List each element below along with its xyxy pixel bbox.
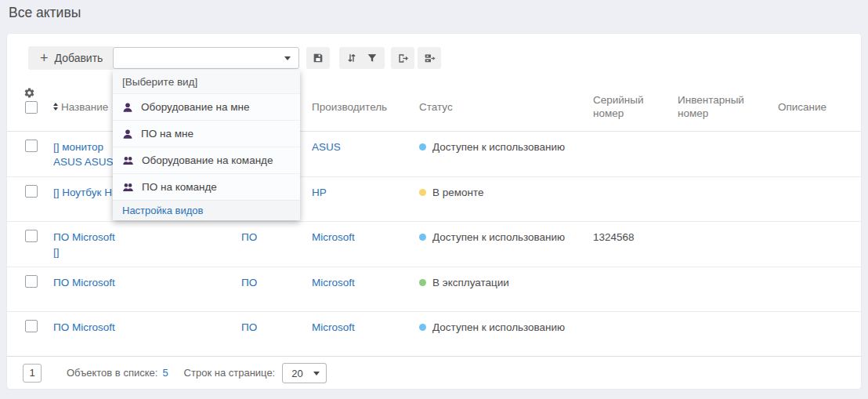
row-checkbox[interactable] — [25, 140, 38, 152]
page-number-button[interactable]: 1 — [23, 364, 42, 383]
person-icon — [122, 102, 133, 113]
manufacturer-link[interactable]: Microsoft — [312, 231, 355, 243]
objects-count-label: Объектов в списке: — [67, 367, 157, 379]
serial-cell — [593, 267, 678, 312]
asset-name-link[interactable]: ПО Microsoft — [53, 275, 115, 290]
chevron-down-icon — [284, 56, 291, 60]
table-row: ПО Microsoft ПО Microsoft В эксплуатации — [7, 267, 861, 313]
status-dot — [419, 324, 426, 331]
serial-cell — [593, 177, 678, 222]
people-icon — [122, 155, 134, 166]
view-dropdown-placeholder[interactable]: [Выберите вид] — [113, 70, 300, 93]
sort-icon[interactable] — [345, 52, 358, 64]
view-dropdown-item-software-on-me[interactable]: ПО на мне — [113, 120, 300, 147]
column-header-manufacturer[interactable]: Производитель — [312, 82, 419, 131]
manufacturer-link[interactable]: HP — [312, 187, 327, 198]
description-cell — [778, 177, 861, 222]
status-text: Доступен к использованию — [432, 222, 565, 245]
inventory-cell — [678, 267, 778, 312]
status-text: Доступен к использованию — [432, 132, 565, 154]
row-checkbox[interactable] — [25, 230, 38, 242]
asset-name-link[interactable]: [] монитор ASUS ASUS — [53, 140, 119, 169]
row-checkbox[interactable] — [25, 275, 38, 288]
inventory-cell — [678, 177, 778, 222]
objects-count-value: 5 — [162, 367, 168, 379]
column-header-serial[interactable]: Серийный номер — [593, 82, 678, 131]
description-cell — [778, 132, 861, 176]
add-button-label: Добавить — [55, 52, 103, 64]
view-dropdown-item-label: ПО на команде — [142, 181, 217, 193]
rows-per-page-label: Строк на странице: — [184, 367, 276, 379]
table-row: ПО Microsoft [] ПО Microsoft Доступен к … — [7, 222, 861, 267]
plus-icon: + — [40, 51, 49, 65]
description-cell — [778, 267, 861, 312]
view-dropdown-item-equipment-on-me[interactable]: Оборудование на мне — [113, 93, 300, 120]
asset-name-link[interactable]: ПО Microsoft [] — [53, 230, 119, 259]
rows-per-page-select[interactable]: 20 — [282, 363, 327, 383]
row-checkbox[interactable] — [25, 320, 38, 332]
description-cell — [778, 312, 861, 357]
status-text: В эксплуатации — [432, 267, 509, 290]
archive-export-button[interactable] — [418, 47, 441, 69]
view-dropdown: [Выберите вид] Оборудование на мне ПО на… — [113, 70, 300, 220]
description-cell — [778, 222, 861, 267]
view-select[interactable] — [113, 47, 299, 69]
inventory-cell — [678, 222, 778, 267]
status-dot — [419, 234, 426, 241]
status-dot — [419, 143, 426, 151]
status-text: В ремонте — [432, 177, 484, 200]
table-footer: 1 Объектов в списке: 5 Строк на странице… — [7, 356, 861, 389]
export-icon — [396, 52, 409, 65]
gear-icon[interactable] — [24, 87, 35, 102]
view-dropdown-item-label: ПО на мне — [141, 128, 193, 140]
people-icon — [122, 182, 134, 193]
asset-type-link[interactable]: ПО — [241, 321, 257, 333]
select-all-checkbox[interactable] — [25, 101, 38, 114]
asset-name-link[interactable]: ПО Microsoft — [53, 320, 115, 335]
manufacturer-link[interactable]: ASUS — [312, 141, 341, 153]
manufacturer-link[interactable]: Microsoft — [312, 321, 355, 333]
asset-name-link[interactable]: [] Ноутбук HP — [53, 185, 119, 200]
column-header-description[interactable]: Описание — [778, 82, 861, 131]
status-dot — [419, 279, 426, 286]
status-text: Доступен к использованию — [432, 312, 565, 335]
column-header-status[interactable]: Статус — [419, 82, 593, 131]
status-dot — [419, 189, 426, 196]
assets-panel: + Добавить — [6, 33, 862, 390]
serial-cell — [593, 312, 678, 357]
view-dropdown-item-label: Оборудование на команде — [142, 154, 273, 166]
view-dropdown-item-label: Оборудование на мне — [141, 101, 250, 113]
archive-export-icon — [423, 52, 436, 65]
save-view-button[interactable] — [306, 47, 330, 69]
column-header-name[interactable]: Название — [61, 100, 108, 114]
rows-per-page-value: 20 — [291, 368, 302, 379]
sort-toggle-icon[interactable] — [53, 103, 58, 111]
table-row: ПО Microsoft ПО Microsoft Доступен к исп… — [7, 312, 861, 357]
sort-filter-group — [339, 47, 385, 69]
view-settings-link[interactable]: Настройка видов — [113, 200, 300, 220]
save-icon — [312, 52, 324, 64]
add-button[interactable]: + Добавить — [28, 46, 114, 70]
inventory-cell — [678, 132, 778, 176]
chevron-down-icon — [313, 372, 320, 375]
row-checkbox[interactable] — [25, 185, 38, 198]
inventory-cell — [678, 312, 778, 357]
view-dropdown-item-software-on-team[interactable]: ПО на команде — [113, 173, 300, 200]
manufacturer-link[interactable]: Microsoft — [312, 277, 355, 288]
column-header-inventory[interactable]: Инвентарный номер — [678, 82, 778, 131]
export-button[interactable] — [391, 47, 414, 69]
view-dropdown-item-equipment-on-team[interactable]: Оборудование на команде — [113, 147, 300, 173]
filter-icon[interactable] — [366, 52, 378, 64]
asset-type-link[interactable]: ПО — [241, 231, 257, 243]
serial-cell: 1324568 — [593, 222, 678, 267]
page-title: Все активы — [9, 5, 81, 21]
asset-type-link[interactable]: ПО — [241, 277, 257, 288]
serial-cell — [593, 132, 678, 176]
person-icon — [122, 129, 133, 140]
